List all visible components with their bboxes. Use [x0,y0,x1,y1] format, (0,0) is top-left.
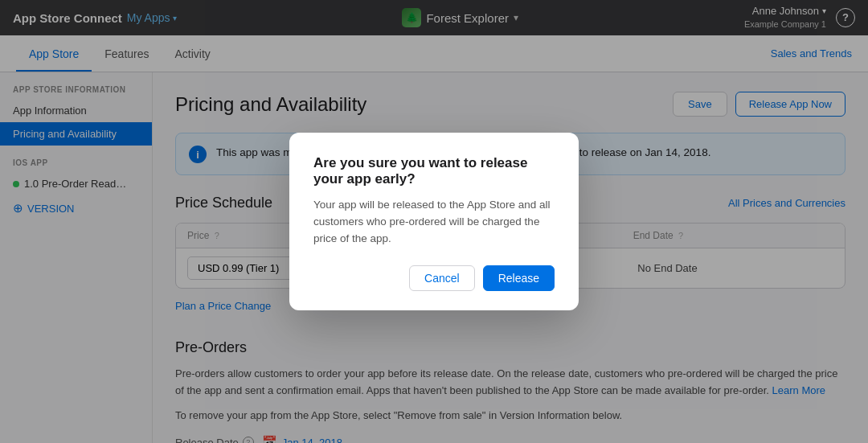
modal-body: Your app will be released to the App Sto… [313,197,555,248]
modal-cancel-button[interactable]: Cancel [409,265,475,291]
modal-title: Are you sure you want to release your ap… [313,155,555,187]
modal-buttons: Cancel Release [313,265,555,291]
modal-overlay: Are you sure you want to release your ap… [0,0,868,443]
modal-release-button[interactable]: Release [483,265,555,291]
modal-dialog: Are you sure you want to release your ap… [289,133,579,310]
